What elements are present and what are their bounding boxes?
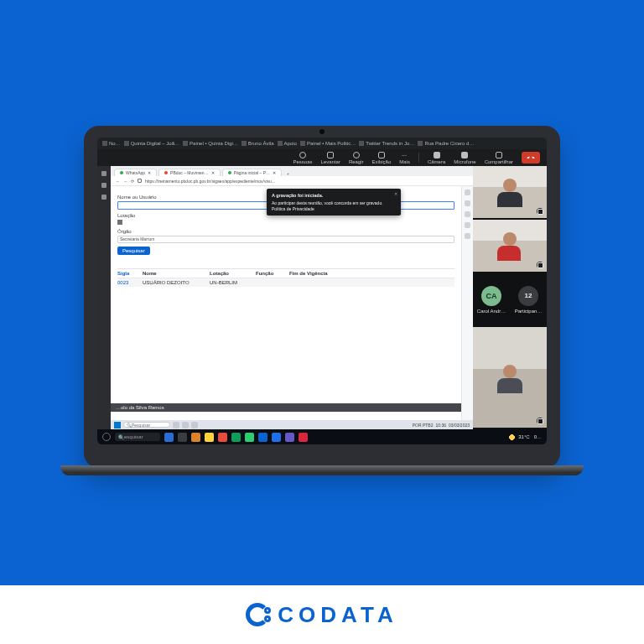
tray-time: 0… (534, 434, 542, 439)
sidebar-icon[interactable] (465, 211, 470, 217)
time-indicator: 10:36 (435, 423, 446, 428)
mic-off-icon (537, 208, 543, 215)
task-app[interactable] (182, 422, 189, 428)
participant-summary: CA Carol Andr… 12 Participan… (473, 273, 547, 327)
sidebar-icon[interactable] (465, 200, 470, 206)
window-tab[interactable]: No… (102, 141, 121, 146)
label-orgao: Órgão (117, 229, 454, 234)
teams-window-tabs: No… Quinta Digital – Joã… Painel • Quint… (97, 138, 547, 149)
address-bar[interactable]: ←→⟳ https://treinamento.pbdoc.pb.gov.br/… (111, 176, 473, 186)
orgao-select[interactable]: Secretaria Marrom (117, 236, 454, 243)
browser-sidebar (461, 186, 473, 420)
task-app[interactable] (191, 422, 198, 428)
taskbar-app[interactable] (299, 433, 308, 442)
taskbar-app[interactable] (285, 433, 294, 442)
browser-tab[interactable]: PBdoc – Movimen…✕ (158, 169, 221, 176)
codata-logo (246, 603, 269, 626)
window-tab[interactable]: Apoio (278, 141, 297, 146)
col-vigencia: Fim de Vigência (289, 271, 454, 276)
taskbar-app[interactable] (258, 433, 267, 442)
lang-indicator[interactable]: POR PTB2 (413, 423, 434, 428)
camera-notch (319, 129, 325, 134)
browser-tab[interactable]: WhatsApp✕ (114, 169, 157, 176)
window-tab[interactable]: Quinta Digital – Joã… (124, 141, 179, 146)
window-tab[interactable]: Painel • Quinta Digi… (183, 141, 238, 146)
sidebar-icon[interactable] (465, 233, 470, 239)
close-icon[interactable]: ✕ (394, 191, 397, 197)
laptop-base (60, 465, 584, 475)
avatar-cell[interactable]: CA Carol Andr… (473, 273, 510, 325)
presenter-name: …olo da Silva Ramos (111, 403, 461, 412)
more-button[interactable]: ⋯Mais (399, 152, 410, 164)
mic-off-icon (537, 418, 543, 424)
window-tab[interactable]: Painel • Mais Politic… (300, 141, 356, 146)
taskbar-app[interactable] (191, 433, 200, 442)
participant-video[interactable] (473, 220, 547, 273)
window-tab[interactable]: Rua Padre Cícero d… (418, 141, 474, 146)
brand-text: CODATA (278, 602, 397, 628)
meeting-toolbar: Pessoas Levantar Reagir Exibição ⋯Mais C… (97, 149, 547, 166)
window-tab[interactable]: Bruno Ávila (242, 141, 274, 146)
mic-button[interactable]: Microfone (454, 152, 475, 164)
browser-tab[interactable]: Página inicial – P…✕ (222, 169, 282, 176)
col-lotacao: Lotação (210, 271, 256, 276)
date-indicator: 03/03/2023 (449, 423, 470, 428)
taskbar-app[interactable] (245, 433, 254, 442)
taskbar-app[interactable] (205, 433, 214, 442)
taskbar-app[interactable] (218, 433, 227, 442)
taskbar-app[interactable] (231, 433, 241, 442)
sidebar-icon[interactable] (465, 190, 470, 195)
share-button[interactable]: Compartilhar (485, 152, 513, 164)
rail-item[interactable] (101, 183, 106, 188)
url-text: https://treinamento.pbdoc.pb.gov.br/siga… (145, 179, 468, 184)
host-search[interactable]: 🔍 esquisar (115, 433, 160, 441)
sun-icon (508, 434, 516, 441)
table-row[interactable]: 0023 USUÁRIO DEZOITO UN-BERLIM (117, 278, 454, 287)
shared-taskbar: 🔍 Pesquisar POR PTB2 10:36 03/03/2023 (111, 420, 473, 429)
taskbar-app[interactable] (272, 433, 281, 442)
col-sigla: Sigla (117, 271, 143, 276)
lock-icon (138, 179, 142, 183)
toast-body: Ao participar desta reunião, você concor… (272, 200, 396, 211)
laptop-frame: No… Quinta Digital – Joã… Painel • Quint… (84, 126, 560, 468)
avatar: CA (481, 286, 501, 306)
participant-video[interactable] (473, 166, 547, 220)
leave-call-button[interactable] (522, 152, 540, 164)
raise-hand-button[interactable]: Levantar (321, 152, 340, 164)
taskbar-app[interactable] (164, 433, 174, 442)
screen: No… Quinta Digital – Joã… Painel • Quint… (97, 138, 547, 444)
col-funcao: Função (256, 271, 289, 276)
lotacao-picker[interactable] (117, 220, 122, 225)
page-body: Nome ou Usuário Lotação Órgão Secretaria… (111, 186, 461, 420)
taskbar-app[interactable] (178, 433, 187, 442)
camera-button[interactable]: Câmera (428, 152, 445, 164)
participant-count[interactable]: 12 Participan… (510, 273, 547, 325)
col-nome: Nome (143, 271, 210, 276)
sidebar-icon[interactable] (465, 222, 470, 228)
start-button[interactable] (114, 422, 121, 428)
browser-tabstrip: WhatsApp✕ PBdoc – Movimen…✕ Página inici… (111, 166, 473, 176)
toast-title: A gravação foi iniciada. (272, 193, 396, 199)
results-table: Sigla Nome Lotação Função Fim de Vigênci… (117, 268, 454, 287)
mic-off-icon (537, 262, 543, 268)
react-button[interactable]: Reagir (349, 152, 364, 164)
start-icon[interactable] (102, 433, 111, 441)
search-button[interactable]: Pesquisar (117, 247, 150, 255)
recording-toast: ✕ A gravação foi iniciada. Ao participar… (267, 189, 401, 216)
task-app[interactable] (173, 422, 179, 428)
brand-footer: CODATA (0, 585, 644, 644)
shared-screen: WhatsApp✕ PBdoc – Movimen…✕ Página inici… (111, 166, 473, 429)
rail-item[interactable] (101, 195, 106, 200)
host-taskbar: 🔍 esquisar 31°C 0… (97, 429, 547, 444)
view-button[interactable]: Exibição (372, 152, 392, 164)
weather-widget[interactable]: 31°C (508, 434, 529, 441)
shared-search[interactable]: 🔍 Pesquisar (123, 422, 170, 428)
participant-video[interactable] (473, 327, 547, 429)
meeting-content: WhatsApp✕ PBdoc – Movimen…✕ Página inici… (97, 166, 547, 429)
window-tab[interactable]: Twitter Trends in Jo… (359, 141, 414, 146)
people-button[interactable]: Pessoas (293, 152, 313, 164)
teams-rail (97, 166, 111, 429)
rail-item[interactable] (101, 171, 106, 176)
participant-panel: CA Carol Andr… 12 Participan… (473, 166, 547, 429)
